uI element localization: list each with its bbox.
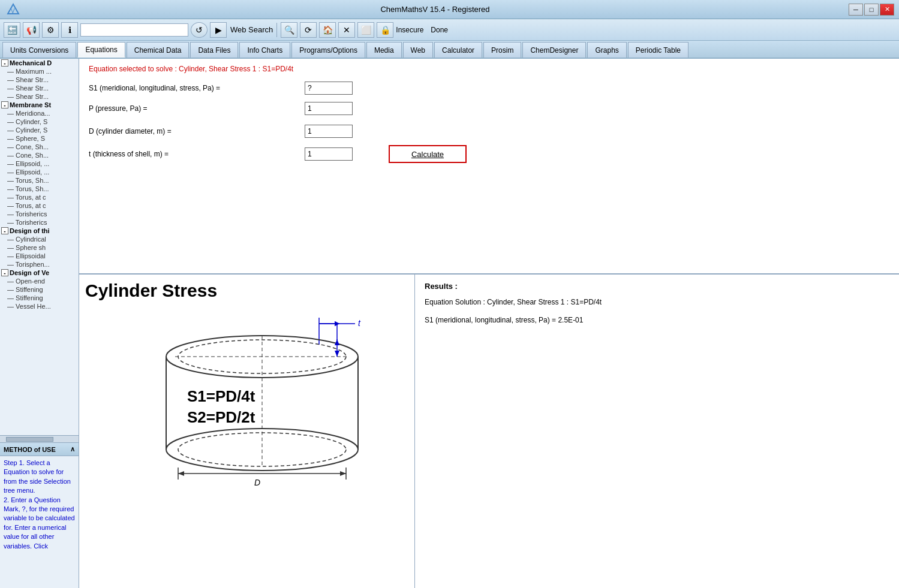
sidebar-item-sphere-sh[interactable]: — Sphere sh [0,243,79,252]
tab-chemdesigner[interactable]: ChemDesigner [522,42,586,58]
sidebar-item-cylinder-s1[interactable]: — Cylinder, S [0,117,79,126]
expand-icon-design-thi[interactable]: - [1,227,8,234]
window-title: ChemMathsV 15.4 - Registered [22,5,849,14]
sidebar-item-torus-atc2[interactable]: — Torus, at c [0,201,79,210]
minimize-button[interactable]: ─ [849,4,863,16]
eq-row-s1: S1 (meridional, longitudinal, stress, Pa… [89,82,889,95]
sidebar-item-ellipsoid2[interactable]: — Ellipsoid, ... [0,168,79,176]
method-expand-icon[interactable]: ∧ [70,445,75,453]
web-search-label: Web Search [230,25,273,34]
sidebar-item-torisherics1[interactable]: — Torisherics [0,210,79,218]
tab-prosim[interactable]: Prosim [483,42,521,58]
sidebar-tree: - Mechanical D — Maximum ... — Shear Str… [0,59,79,435]
tabs-bar: Units Conversions Equations Chemical Dat… [0,41,899,59]
equation-title: Equation selected to solve : Cylinder, S… [89,65,889,73]
lock-button[interactable]: 🔒 [377,22,393,38]
sidebar-item-shear3[interactable]: — Shear Str... [0,92,79,101]
tab-data-files[interactable]: Data Files [190,42,238,58]
sidebar-item-torus-sh2[interactable]: — Torus, Sh... [0,185,79,193]
eq-input-t[interactable] [305,147,353,161]
method-content: Step 1. Select a Equation to solve for f… [0,456,79,588]
back-button[interactable]: 🔙 [4,22,20,38]
sidebar-item-stiffening2[interactable]: — Stiffening [0,294,79,302]
sidebar-item-open-end[interactable]: — Open-end [0,277,79,285]
method-panel: METHOD of USE ∧ Step 1. Select a Equatio… [0,442,79,588]
tab-web[interactable]: Web [403,42,433,58]
tab-calculator[interactable]: Calculator [434,42,482,58]
separator [276,23,277,37]
tab-equations[interactable]: Equations [77,42,125,58]
sidebar-item-membrane-st[interactable]: - Membrane St [0,101,79,109]
svg-marker-25 [335,351,339,357]
svg-text:V: V [11,8,15,14]
app-logo: V [5,1,22,18]
sidebar-item-ellipsoidal[interactable]: — Ellipsoidal [0,252,79,260]
content-area: Equation selected to solve : Cylinder, S… [79,59,899,588]
expand-icon[interactable]: - [1,59,8,67]
eq-label-d: D (cylinder diameter, m) = [89,127,305,135]
diagram-panel: Cylinder Stress t [79,275,415,588]
tab-graphs[interactable]: Graphs [587,42,626,58]
close-button[interactable]: ✕ [880,4,894,16]
sidebar-item-maximum[interactable]: — Maximum ... [0,67,79,76]
eq-row-d: D (cylinder diameter, m) = [89,125,889,138]
sidebar-item-vessel-he[interactable]: — Vessel He... [0,302,79,310]
refresh-button[interactable]: ↺ [191,22,208,38]
cylinder-svg: t S1=PD [85,306,403,491]
method-header: METHOD of USE ∧ [0,443,79,456]
tab-chemical-data[interactable]: Chemical Data [127,42,190,58]
eq-input-d[interactable] [305,125,353,138]
sidebar-scroll[interactable] [0,435,79,442]
expand-icon-design-ve[interactable]: - [1,269,8,276]
sidebar-item-design-thi[interactable]: - Design of thi [0,227,79,235]
sidebar-item-cone-sh2[interactable]: — Cone, Sh... [0,151,79,159]
sidebar: - Mechanical D — Maximum ... — Shear Str… [0,59,79,588]
tab-units-conversions[interactable]: Units Conversions [2,42,76,58]
sidebar-item-torisphen[interactable]: — Torisphen... [0,260,79,269]
svg-text:S2=PD/2t: S2=PD/2t [187,408,255,426]
sidebar-item-stiffening1[interactable]: — Stiffening [0,285,79,294]
sidebar-item-mechanical-d[interactable]: - Mechanical D [0,59,79,67]
sidebar-item-cone-sh1[interactable]: — Cone, Sh... [0,143,79,151]
eq-input-s1[interactable] [305,82,353,95]
eq-label-t: t (thickness of shell, m) = [89,150,305,158]
svg-marker-24 [335,339,339,345]
sidebar-item-ellipsoid1[interactable]: — Ellipsoid, ... [0,159,79,168]
settings-button[interactable]: ⚙ [42,22,59,38]
sidebar-item-cylinder-s2[interactable]: — Cylinder, S [0,126,79,134]
zoom-button[interactable]: 🔍 [281,22,297,38]
eq-row-t: t (thickness of shell, m) = Calculate [89,145,889,163]
toolbar: 🔙 📢 ⚙ ℹ ↺ ▶ Web Search 🔍 ⟳ 🏠 ✕ ⬜ 🔒 Insec… [0,19,899,41]
results-value: S1 (meridional, longitudinal, stress, Pa… [425,315,889,325]
results-solution: Equation Solution : Cylinder, Shear Stre… [425,297,889,307]
sidebar-item-torus-atc1[interactable]: — Torus, at c [0,193,79,201]
tab-programs-options[interactable]: Programs/Options [291,42,365,58]
speaker-button[interactable]: 📢 [23,22,40,38]
search-input[interactable] [80,23,188,37]
new-window-button[interactable]: ⬜ [357,22,374,38]
sidebar-item-shear1[interactable]: — Shear Str... [0,76,79,84]
maximize-button[interactable]: □ [864,4,879,16]
window-controls: ─ □ ✕ [849,4,894,16]
info-button[interactable]: ℹ [61,22,78,38]
eq-row-p: P (pressure, Pa) = [89,102,889,115]
sidebar-item-design-ve[interactable]: - Design of Ve [0,269,79,277]
tab-periodic-table[interactable]: Periodic Table [628,42,688,58]
sidebar-item-shear2[interactable]: — Shear Str... [0,84,79,92]
forward-button[interactable]: ▶ [210,22,227,38]
tab-media[interactable]: Media [366,42,402,58]
method-title: METHOD of USE [4,446,56,453]
home-button[interactable]: 🏠 [319,22,336,38]
eq-label-p: P (pressure, Pa) = [89,104,305,113]
tab-info-charts[interactable]: Info Charts [239,42,290,58]
sidebar-item-torus-sh1[interactable]: — Torus, Sh... [0,176,79,185]
sidebar-item-sphere-s[interactable]: — Sphere, S [0,134,79,143]
calculate-button[interactable]: Calculate [389,145,467,163]
expand-icon-membrane[interactable]: - [1,101,8,108]
stop-button[interactable]: ✕ [338,22,355,38]
sidebar-item-meridiona[interactable]: — Meridiona... [0,109,79,117]
sidebar-item-cylindrical[interactable]: — Cylindrical [0,235,79,243]
sidebar-item-torisherics2[interactable]: — Torisherics [0,218,79,227]
reload-button[interactable]: ⟳ [300,22,317,38]
eq-input-p[interactable] [305,102,353,115]
